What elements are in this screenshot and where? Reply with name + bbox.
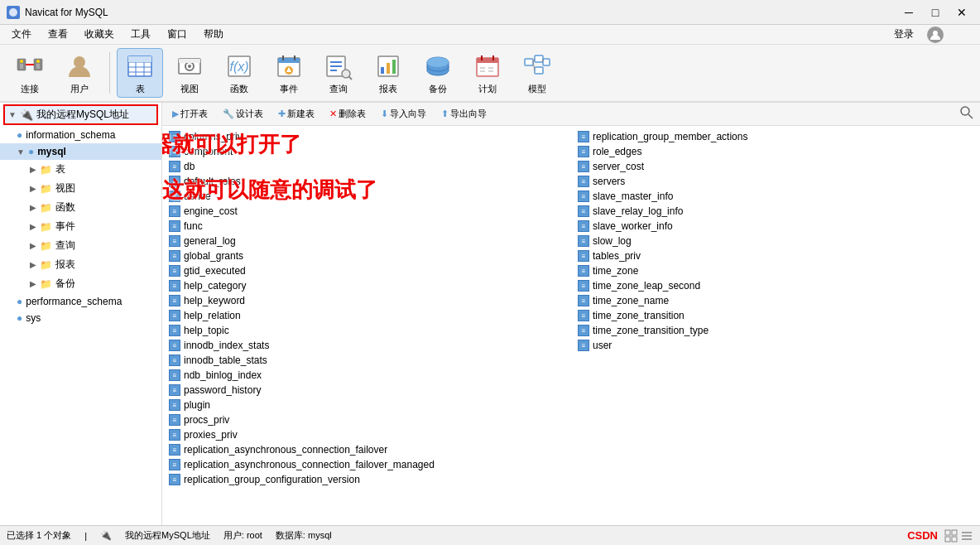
reports-icon: 📁 [40, 259, 52, 271]
table-row[interactable]: ≡time_zone_transition [574, 308, 977, 323]
menu-window[interactable]: 窗口 [159, 26, 195, 43]
table-row[interactable]: ≡password_history [166, 383, 568, 398]
sidebar-db-perf[interactable]: ● performance_schema [0, 293, 161, 310]
table-row[interactable]: ≡replication_group_member_actions [574, 129, 977, 144]
table-row[interactable]: ≡time_zone_transition_type [574, 323, 977, 338]
toolbar-user[interactable]: 用户 [56, 48, 103, 98]
minimize-button[interactable]: ─ [897, 5, 920, 20]
reports-label: 报表 [55, 258, 75, 272]
import-label: 导入向导 [390, 108, 426, 120]
svg-rect-59 [952, 530, 957, 535]
sidebar-tables[interactable]: ▶ 📁 表 [0, 160, 161, 179]
table-row[interactable]: ≡slave_worker_info [574, 219, 977, 234]
login-button[interactable]: 登录 [887, 26, 920, 43]
search-icon[interactable] [960, 106, 973, 122]
open-table-icon: ▶ [172, 109, 179, 119]
table-row[interactable]: ≡help_keyword [166, 293, 568, 308]
table-row[interactable]: ≡replication_group_configuration_version [166, 472, 568, 487]
table-row[interactable]: ≡server_cost [574, 159, 977, 174]
table-row[interactable]: ≡slave_master_info [574, 189, 977, 204]
table-row[interactable]: ≡time_zone_leap_second [574, 278, 977, 293]
table-row[interactable]: ≡general_log [166, 234, 568, 248]
sidebar-connection[interactable]: ▼ 🔌 我的远程MySQL地址 [3, 104, 158, 125]
open-table-button[interactable]: ▶ 打开表 [166, 106, 214, 122]
sidebar-reports-folder[interactable]: ▶ 📁 报表 [0, 255, 161, 274]
table-row[interactable]: ≡default_roles [166, 174, 568, 189]
table-row[interactable]: ≡global_grants [166, 248, 568, 263]
delete-table-button[interactable]: ✕ 删除表 [323, 106, 372, 122]
table-row[interactable]: ≡slave_relay_log_info [574, 204, 977, 219]
table-row[interactable]: ≡component [166, 144, 568, 159]
sidebar-backups-folder[interactable]: ▶ 📁 备份 [0, 274, 161, 293]
table-row[interactable]: ≡help_topic [166, 323, 568, 338]
menu-tools[interactable]: 工具 [122, 26, 159, 43]
table-row[interactable]: ≡innodb_index_stats [166, 338, 568, 353]
import-wizard-button[interactable]: ⬇ 导入向导 [374, 106, 433, 122]
sidebar-views[interactable]: ▶ 📁 视图 [0, 179, 161, 198]
menu-favorites[interactable]: 收藏夹 [76, 26, 122, 43]
table-row[interactable]: ≡func [166, 219, 568, 234]
table-row[interactable]: ≡dense [166, 189, 568, 204]
toolbar-connect[interactable]: 连接 [7, 48, 53, 98]
toolbar-model[interactable]: 模型 [514, 48, 560, 98]
svg-rect-52 [543, 59, 550, 65]
toolbar-func[interactable]: f(x) 函数 [216, 48, 262, 98]
table-row[interactable]: ≡procs_priv [166, 412, 568, 427]
sidebar-db-info-schema[interactable]: ● information_schema [0, 127, 161, 143]
table-row-icon: ≡ [578, 280, 589, 292]
menu-file[interactable]: 文件 [3, 26, 40, 43]
toolbar-query[interactable]: 查询 [315, 48, 362, 98]
table-row[interactable]: ≡replication_asynchronous_connection_fai… [166, 457, 568, 472]
table-row[interactable]: ≡user [574, 338, 977, 353]
table-row[interactable]: ≡ndb_binlog_index [166, 368, 568, 383]
tables-icon: 📁 [40, 164, 52, 176]
table-row[interactable]: ≡time_zone_name [574, 293, 977, 308]
table-row[interactable]: ≡servers [574, 174, 977, 189]
table-row-label: default_roles [184, 176, 241, 187]
table-row[interactable]: ≡help_category [166, 278, 568, 293]
toolbar-backup[interactable]: 备份 [415, 48, 461, 98]
table-row-icon: ≡ [578, 131, 589, 142]
toolbar-table[interactable]: 表 [117, 48, 163, 98]
table-row[interactable]: ≡plugin [166, 398, 568, 412]
table-row[interactable]: ≡innodb_table_stats [166, 353, 568, 368]
backups-label: 备份 [55, 277, 75, 291]
design-table-button[interactable]: 🔧 设计表 [216, 106, 270, 122]
table-row[interactable]: ≡replication_asynchronous_connection_fai… [166, 442, 568, 457]
menu-help[interactable]: 帮助 [195, 26, 232, 43]
export-wizard-button[interactable]: ⬆ 导出向导 [435, 106, 493, 122]
table-row-label: time_zone_name [593, 295, 669, 306]
table-row[interactable]: ≡gtid_executed [166, 263, 568, 278]
table-row[interactable]: ≡db [166, 159, 568, 174]
maximize-button[interactable]: □ [924, 5, 947, 20]
table-row[interactable]: ≡tables_priv [574, 248, 977, 263]
sidebar-funcs-folder[interactable]: ▶ 📁 函数 [0, 198, 161, 217]
sidebar-db-mysql[interactable]: ▼ ● mysql [0, 143, 161, 160]
close-button[interactable]: ✕ [950, 5, 973, 20]
connection-icon: 🔌 [20, 109, 33, 121]
toolbar-report[interactable]: 报表 [365, 48, 411, 98]
table-list: ≡columns_priv≡component≡db≡default_roles… [162, 126, 980, 525]
open-table-label: 打开表 [180, 108, 208, 120]
table-row-label: help_topic [184, 325, 229, 336]
events-icon: 📁 [40, 221, 52, 233]
toolbar-schedule-label: 计划 [478, 83, 497, 95]
sidebar-queries-folder[interactable]: ▶ 📁 查询 [0, 236, 161, 255]
table-row[interactable]: ≡time_zone [574, 263, 977, 278]
table-row[interactable]: ≡role_edges [574, 144, 977, 159]
table-row[interactable]: ≡columns_priv [166, 129, 568, 144]
svg-point-40 [427, 57, 449, 67]
toolbar-schedule[interactable]: 计划 [464, 48, 511, 98]
menu-view[interactable]: 查看 [40, 26, 76, 43]
toolbar-event[interactable]: 事件 [266, 48, 312, 98]
new-table-button[interactable]: ✚ 新建表 [271, 106, 321, 122]
sidebar-events-folder[interactable]: ▶ 📁 事件 [0, 217, 161, 236]
expand-arrow-reports: ▶ [30, 260, 36, 269]
connection-icon-status: 🔌 [100, 530, 112, 541]
table-row[interactable]: ≡help_relation [166, 308, 568, 323]
table-row[interactable]: ≡slow_log [574, 234, 977, 248]
table-row[interactable]: ≡proxies_priv [166, 427, 568, 442]
table-row[interactable]: ≡engine_cost [166, 204, 568, 219]
sidebar-db-sys[interactable]: ● sys [0, 310, 161, 326]
toolbar-view[interactable]: 视图 [166, 48, 213, 98]
